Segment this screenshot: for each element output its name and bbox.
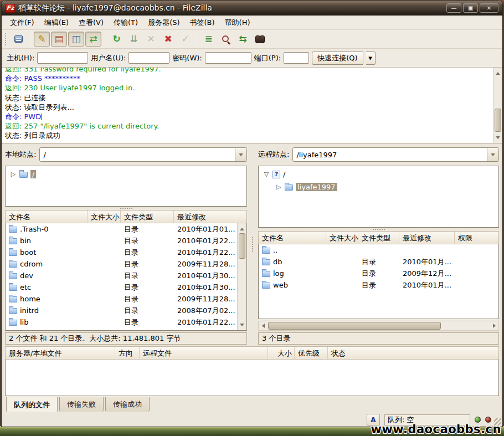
local-status-bar: 2 个文件 和 21 个目录。大小总共: 11,481,801 字节 (5, 332, 247, 345)
file-row[interactable]: bin 目录 2010年01月22... (6, 235, 246, 247)
tree-item-root[interactable]: ▷ / (7, 168, 245, 181)
tab-successful-transfers[interactable]: 传输成功 (105, 397, 150, 413)
column-modified[interactable]: 最近修改 (399, 232, 455, 244)
directory-compare-icon (222, 35, 230, 44)
expander-icon[interactable]: ▷ (275, 183, 282, 191)
sync-browse-button[interactable]: ⇆ (235, 32, 251, 47)
file-row[interactable]: home 目录 2009年11月28... (6, 293, 246, 305)
toggle-queue-button[interactable]: ⇄ (85, 32, 101, 47)
local-site-bar: 本地站点: / (2, 143, 250, 166)
toggle-local-tree-button[interactable]: ▤ (51, 32, 67, 47)
menu-transfer[interactable]: 传输(T) (109, 16, 143, 29)
file-row[interactable]: etc 目录 2010年01月30... (6, 281, 246, 293)
reconnect-button[interactable]: ✓ (177, 32, 193, 47)
column-direction[interactable]: 方向 (115, 347, 140, 359)
column-filename[interactable]: 文件名 (259, 232, 326, 244)
local-directory-tree: ▷ / (5, 166, 247, 207)
scroll-thumb[interactable] (495, 109, 501, 132)
log-line: 状态: 已连接 (5, 93, 502, 102)
scroll-right-icon[interactable] (490, 321, 498, 330)
remote-path-combobox[interactable]: /liyafe1997 (292, 147, 499, 162)
toggle-log-button[interactable]: ✎ (34, 32, 50, 47)
directory-compare-button[interactable] (218, 32, 234, 47)
receive-indicator-icon (485, 417, 491, 423)
refresh-icon: ↻ (112, 34, 120, 44)
maximize-button[interactable]: ▣ (463, 3, 478, 13)
username-input[interactable] (128, 52, 169, 64)
file-row[interactable]: .. (259, 244, 498, 256)
file-row[interactable]: dev 目录 2010年01月30... (6, 270, 246, 281)
find-files-button[interactable] (252, 32, 268, 47)
filter-button[interactable]: ≣ (200, 32, 217, 47)
menu-bookmarks[interactable]: 书签(B) (185, 16, 220, 29)
file-row[interactable]: boot 目录 2010年01月22... (6, 247, 246, 258)
quickconnect-button[interactable]: 快速连接(Q) (312, 52, 363, 65)
file-row[interactable]: cdrom 目录 2009年11月28... (6, 258, 246, 270)
scroll-thumb[interactable] (239, 233, 245, 259)
menu-edit[interactable]: 编辑(E) (39, 16, 74, 29)
file-row[interactable]: db 目录 2010年01月... (259, 256, 498, 268)
column-remote-file[interactable]: 远程文件 (140, 347, 268, 359)
menu-server[interactable]: 服务器(S) (143, 16, 184, 29)
host-input[interactable] (37, 52, 88, 64)
transfer-queue: 服务器/本地文件 方向 远程文件 大小 优先级 状态 队列的文件 传输失败 传输… (2, 345, 502, 412)
toolbar-separator (105, 33, 105, 45)
file-row[interactable]: lib 目录 2010年01月22... (6, 316, 246, 328)
column-status[interactable]: 状态 (328, 347, 498, 359)
column-size[interactable]: 大小 (268, 347, 295, 359)
log-scrollbar[interactable] (493, 68, 502, 143)
port-input[interactable] (284, 52, 309, 64)
tab-queued-files[interactable]: 队列的文件 (6, 397, 58, 413)
tab-failed-transfers[interactable]: 传输失败 (59, 397, 104, 413)
scroll-thumb[interactable] (268, 322, 441, 330)
toolbar-grip (5, 33, 8, 45)
menu-file[interactable]: 文件(F) (5, 16, 39, 29)
refresh-button[interactable]: ↻ (109, 32, 125, 47)
quickconnect-dropdown-button[interactable]: ▾ (366, 52, 376, 65)
menu-view[interactable]: 查看(V) (74, 16, 109, 29)
scroll-up-icon[interactable] (493, 69, 502, 78)
expander-icon[interactable]: ▽ (263, 171, 270, 178)
file-row[interactable]: .Trash-0 目录 2010年01月01... (6, 223, 246, 235)
local-list-scrollbar[interactable] (237, 223, 246, 330)
pane-splitter[interactable] (250, 143, 255, 345)
cancel-button[interactable]: ✕ (143, 32, 159, 47)
menu-help[interactable]: 帮助(H) (220, 16, 255, 29)
file-row[interactable]: web 目录 2010年01月... (259, 279, 498, 291)
chevron-down-icon[interactable] (235, 148, 246, 161)
remote-horizontal-scrollbar[interactable] (258, 321, 499, 331)
column-filename[interactable]: 文件名 (6, 211, 88, 223)
scroll-down-icon[interactable] (238, 320, 246, 329)
local-path-combobox[interactable]: / (39, 147, 247, 162)
minimize-button[interactable]: — (446, 3, 461, 13)
username-label: 用户名(U): (91, 53, 126, 63)
file-row[interactable]: log 目录 2009年12月... (259, 268, 498, 279)
scroll-left-icon[interactable] (259, 321, 268, 330)
site-manager-button[interactable] (11, 32, 27, 47)
column-filetype[interactable]: 文件类型 (121, 211, 174, 223)
column-filesize[interactable]: 文件大小 (326, 232, 358, 244)
close-button[interactable]: ✕ (480, 3, 498, 13)
scroll-down-icon[interactable] (493, 133, 502, 142)
column-filetype[interactable]: 文件类型 (358, 232, 399, 244)
folder-icon (262, 283, 270, 289)
column-permissions[interactable]: 权限 (455, 232, 498, 244)
scroll-up-icon[interactable] (238, 224, 246, 233)
password-input[interactable] (205, 52, 251, 64)
column-filesize[interactable]: 文件大小 (88, 211, 121, 223)
chevron-down-icon[interactable] (487, 148, 498, 161)
process-queue-button[interactable]: ⇊ (126, 32, 142, 47)
column-server-local-file[interactable]: 服务器/本地文件 (6, 347, 115, 359)
desktop-background: Fz 稻草软件论坛 - liyafe1997@daocaobbs.cn - Fi… (0, 0, 504, 436)
toggle-remote-tree-button[interactable]: ◫ (68, 32, 84, 47)
expander-icon[interactable]: ▷ (10, 171, 17, 178)
disconnect-button[interactable]: ✖ (160, 32, 176, 47)
local-pane: 本地站点: / ▷ / 文件名 文件大小 (2, 143, 250, 345)
text-caret (42, 114, 42, 120)
tree-item-child[interactable]: ▷ liyafe1997 (260, 181, 497, 193)
column-priority[interactable]: 优先级 (295, 347, 328, 359)
tree-item-root[interactable]: ▽ ? / (260, 168, 497, 181)
file-row[interactable]: initrd 目录 2008年07月02... (6, 305, 246, 316)
folder-icon (9, 320, 17, 326)
column-modified[interactable]: 最近修改 (174, 211, 246, 223)
